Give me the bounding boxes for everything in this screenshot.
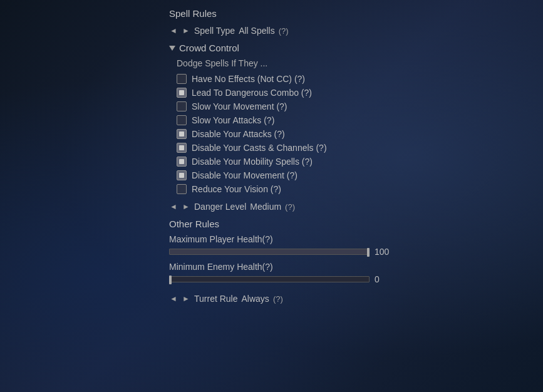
checkbox-row-disable-mobility: Disable Your Mobility Spells (?) (169, 155, 407, 168)
spell-rules-title: Spell Rules (169, 3, 407, 23)
checkbox-row-have-no-effects: Have No Effects (Not CC) (?) (169, 72, 407, 86)
danger-level-value: Medium (250, 202, 281, 212)
max-player-health-value: 100 (375, 247, 390, 257)
turret-rule-label: Turret Rule (194, 294, 238, 304)
turret-rule-value: Always (242, 294, 269, 304)
checkbox-disable-attacks[interactable] (177, 129, 187, 139)
max-player-health-fill (170, 249, 368, 254)
spell-type-next-arrow[interactable]: ► (182, 26, 190, 35)
checkbox-label-disable-attacks: Disable Your Attacks (?) (192, 129, 285, 139)
danger-level-row: ◄ ► Danger Level Medium (?) (169, 199, 407, 215)
checkbox-label-reduce-vision: Reduce Your Vision (?) (192, 184, 281, 194)
min-enemy-health-label: Minimum Enemy Health(?) (169, 262, 407, 274)
turret-rule-row: ◄ ► Turret Rule Always (?) (169, 291, 407, 307)
checkbox-row-lead-to-dangerous: Lead To Dangerous Combo (?) (169, 86, 407, 100)
spell-type-value: All Spells (239, 26, 275, 36)
turret-rule-prev-arrow[interactable]: ◄ (169, 294, 178, 303)
checkbox-label-disable-movement: Disable Your Movement (?) (192, 170, 297, 180)
danger-level-prev-arrow[interactable]: ◄ (169, 202, 178, 211)
spell-type-row: ◄ ► Spell Type All Spells (?) (169, 23, 407, 39)
checkbox-row-slow-attacks: Slow Your Attacks (?) (169, 113, 407, 127)
max-player-health-slider-row: 100 (169, 247, 407, 257)
danger-level-label: Danger Level (194, 202, 246, 212)
crowd-control-header: Crowd Control (169, 39, 407, 56)
checkbox-disable-mobility[interactable] (177, 157, 187, 167)
checkbox-label-have-no-effects: Have No Effects (Not CC) (?) (192, 74, 305, 84)
danger-level-help[interactable]: (?) (285, 202, 295, 212)
checkbox-row-disable-attacks: Disable Your Attacks (?) (169, 127, 407, 141)
crowd-control-toggle-icon[interactable] (169, 46, 175, 51)
danger-level-next-arrow[interactable]: ► (182, 202, 190, 211)
other-rules-title: Other Rules (169, 215, 407, 232)
max-player-health-section: Maximum Player Health(?) 100 (169, 232, 407, 259)
checkbox-row-disable-casts: Disable Your Casts & Channels (?) (169, 141, 407, 155)
checkbox-row-reduce-vision: Reduce Your Vision (?) (169, 182, 407, 196)
spell-type-help[interactable]: (?) (279, 26, 289, 36)
spell-type-label: Spell Type (194, 26, 235, 36)
crowd-control-label: Crowd Control (179, 43, 239, 53)
dodge-spells-label: Dodge Spells If They ... (169, 56, 407, 72)
min-enemy-health-section: Minimum Enemy Health(?) 0 (169, 259, 407, 287)
max-player-health-thumb[interactable] (367, 248, 370, 257)
min-enemy-health-slider-row: 0 (169, 274, 407, 284)
min-enemy-health-slider[interactable] (169, 276, 370, 282)
min-enemy-health-thumb[interactable] (169, 276, 172, 284)
checkbox-slow-attacks[interactable] (177, 115, 187, 125)
checkbox-label-slow-attacks: Slow Your Attacks (?) (192, 115, 274, 125)
checkbox-row-disable-movement: Disable Your Movement (?) (169, 168, 407, 182)
checkbox-disable-casts[interactable] (177, 143, 187, 153)
spell-type-prev-arrow[interactable]: ◄ (169, 26, 178, 35)
checkbox-label-lead-to-dangerous: Lead To Dangerous Combo (?) (192, 88, 312, 98)
checkbox-label-disable-mobility: Disable Your Mobility Spells (?) (192, 157, 313, 167)
checkbox-have-no-effects[interactable] (177, 74, 187, 84)
checkbox-label-slow-movement: Slow Your Movement (?) (192, 101, 287, 111)
checkbox-slow-movement[interactable] (177, 101, 187, 111)
min-enemy-health-value: 0 (375, 274, 390, 284)
checkbox-disable-movement[interactable] (177, 170, 187, 180)
max-player-health-label: Maximum Player Health(?) (169, 234, 407, 247)
checkbox-label-disable-casts: Disable Your Casts & Channels (?) (192, 143, 327, 153)
checkbox-reduce-vision[interactable] (177, 184, 187, 194)
checkbox-lead-to-dangerous[interactable] (177, 88, 187, 98)
checkboxes-list: Have No Effects (Not CC) (?)Lead To Dang… (169, 72, 407, 196)
checkbox-row-slow-movement: Slow Your Movement (?) (169, 100, 407, 113)
max-player-health-slider[interactable] (169, 249, 370, 255)
turret-rule-help[interactable]: (?) (273, 294, 283, 304)
spell-rules-panel: Spell Rules ◄ ► Spell Type All Spells (?… (169, 3, 407, 307)
turret-rule-next-arrow[interactable]: ► (182, 294, 190, 303)
